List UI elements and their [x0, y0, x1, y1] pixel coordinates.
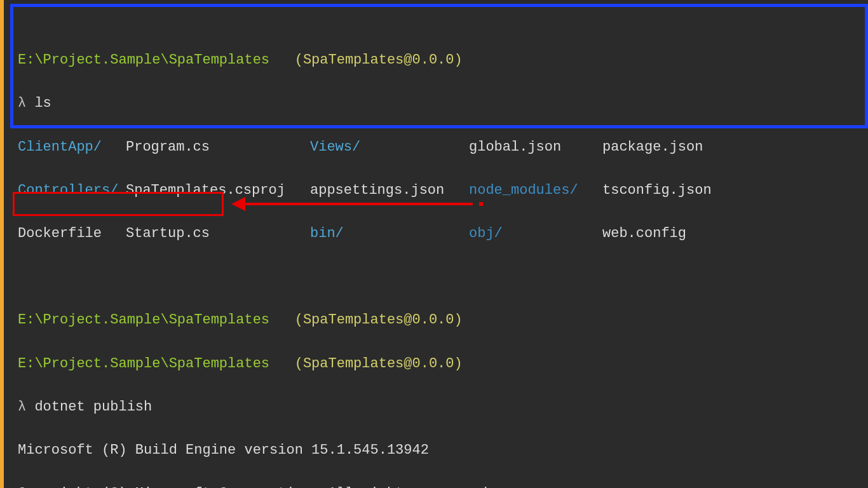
cwd-path: E:\Project.Sample\SpaTemplates — [18, 312, 269, 328]
ls-entry-file: package.json — [602, 139, 703, 155]
ls-entry-file: web.config — [602, 226, 686, 241]
ls-entry-dir: ClientApp/ — [18, 137, 126, 158]
ls-entry-dir: Views/ — [310, 137, 469, 158]
ls-entry-dir: obj/ — [469, 223, 602, 245]
git-branch: (SpaTemplates@0.0.0) — [295, 312, 463, 328]
ls-row: Controllers/SpaTemplates.csprojappsettin… — [18, 180, 859, 201]
prompt-line-1: E:\Project.Sample\SpaTemplates (SpaTempl… — [18, 50, 859, 71]
ls-entry-dir: bin/ — [310, 223, 469, 245]
ls-entry-file: SpaTemplates.csproj — [126, 180, 310, 201]
ls-row: DockerfileStartup.csbin/obj/web.config — [18, 223, 859, 245]
ls-entry-file: global.json — [469, 137, 602, 158]
terminal-viewport[interactable]: E:\Project.Sample\SpaTemplates (SpaTempl… — [8, 0, 868, 488]
cwd-path: E:\Project.Sample\SpaTemplates — [18, 356, 269, 372]
command-text: dotnet publish — [34, 399, 152, 415]
git-branch: (SpaTemplates@0.0.0) — [295, 356, 463, 372]
prompt-symbol: λ — [18, 399, 26, 415]
ls-entry-file: Program.cs — [126, 137, 310, 158]
ls-row: ClientApp/Program.csViews/global.jsonpac… — [18, 137, 859, 158]
prompt-symbol: λ — [18, 95, 26, 111]
output-line: Copyright (C) Microsoft Corporation. All… — [18, 483, 859, 488]
ls-entry-file: Startup.cs — [126, 223, 310, 245]
ls-entry-dir: node_modules/ — [469, 180, 602, 201]
output-line: Microsoft (R) Build Engine version 15.1.… — [18, 440, 859, 461]
command-text: ls — [34, 95, 51, 111]
command-line-ls: λ ls — [18, 93, 859, 114]
terminal-window: E:\Project.Sample\SpaTemplates (SpaTempl… — [0, 0, 868, 488]
prompt-line-3: E:\Project.Sample\SpaTemplates (SpaTempl… — [18, 353, 859, 375]
git-branch: (SpaTemplates@0.0.0) — [295, 52, 463, 68]
blank-line — [18, 266, 859, 288]
ls-entry-file: Dockerfile — [18, 223, 126, 245]
ls-entry-dir: Controllers/ — [18, 180, 126, 201]
command-line-publish: λ dotnet publish — [18, 396, 859, 418]
prompt-line-2: E:\Project.Sample\SpaTemplates (SpaTempl… — [18, 309, 859, 331]
cwd-path: E:\Project.Sample\SpaTemplates — [18, 52, 269, 68]
ls-entry-file: tsconfig.json — [602, 182, 712, 198]
ls-entry-file: appsettings.json — [310, 180, 469, 201]
